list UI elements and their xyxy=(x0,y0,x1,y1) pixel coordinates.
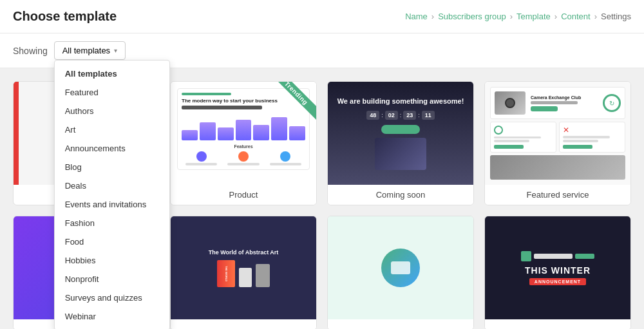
dropdown-item-food[interactable]: Food xyxy=(55,232,169,251)
feature-text-2 xyxy=(227,163,259,165)
feature-text-1 xyxy=(185,163,217,165)
template-card-product[interactable]: Trending The modern way to start your bu… xyxy=(170,81,317,205)
abstract-book-1: THE WORLD xyxy=(217,260,235,287)
camera-image xyxy=(495,91,526,115)
countdown-row: 48 : 02 : 23 : 11 xyxy=(366,111,435,120)
countdown-sep-1: : xyxy=(381,112,383,118)
abstract-book-2 xyxy=(239,268,252,287)
coming-soon-cta-bar xyxy=(381,125,420,134)
secure-icon xyxy=(494,126,503,135)
service-text-block: Camera Exchange Club xyxy=(531,95,598,111)
dropdown-item-announcements[interactable]: Announcements xyxy=(55,139,169,158)
dropdown-menu: All templates Featured Authors Art Annou… xyxy=(54,60,170,329)
breadcrumb-name[interactable]: Name xyxy=(405,12,428,21)
feature-icon-3 xyxy=(280,151,290,162)
chart-bar-7 xyxy=(289,126,305,140)
winter-cta-btn xyxy=(575,254,594,259)
camera-lens xyxy=(505,98,515,108)
service-bottom-row: ✕ xyxy=(490,122,625,153)
service-cta-btn xyxy=(531,106,558,111)
chart-bar-4 xyxy=(236,120,252,140)
dropdown-item-hobbies[interactable]: Hobbies xyxy=(55,251,169,270)
dropdown-item-nonprofit[interactable]: Nonprofit xyxy=(55,270,169,288)
winter-top-line xyxy=(534,254,573,259)
card-label-winter xyxy=(485,319,630,329)
dropdown-item-authors[interactable]: Authors xyxy=(55,102,169,120)
countdown-sep-2: : xyxy=(400,112,402,118)
breadcrumb-sep-4: › xyxy=(594,12,597,21)
dropdown-item-featured[interactable]: Featured xyxy=(55,83,169,102)
trusted-icon: ✕ xyxy=(563,126,621,135)
dropdown-item-webinar[interactable]: Webinar xyxy=(55,307,169,326)
book-label: THE WORLD xyxy=(225,266,228,281)
coming-soon-headline: We are building something awesome! xyxy=(337,97,464,106)
dropdown-item-art[interactable]: Art xyxy=(55,120,169,139)
product-card-inner: The modern way to start your business Fe… xyxy=(177,88,310,170)
countdown-minutes-2: 23 xyxy=(403,111,416,120)
template-card-abstract[interactable]: The World of Abstract Art THE WORLD xyxy=(170,216,317,329)
breadcrumb-sep-1: › xyxy=(431,12,434,21)
template-card-7[interactable] xyxy=(327,216,474,329)
secure-line-2 xyxy=(494,140,529,142)
breadcrumb: Name › Subscribers group › Template › Co… xyxy=(405,12,631,21)
chart-bar-5 xyxy=(253,125,269,140)
product-icons-row xyxy=(182,151,305,165)
template-card-winter[interactable]: THIS WINTER ANNOUNCEMENT xyxy=(484,216,631,329)
dropdown-item-surveys[interactable]: Surveys and quizzes xyxy=(55,288,169,307)
dropdown-item-deals[interactable]: Deals xyxy=(55,176,169,195)
card-preview-product: Trending The modern way to start your bu… xyxy=(171,82,316,185)
service-bottom-image xyxy=(490,155,625,180)
winter-badge: ANNOUNCEMENT xyxy=(529,278,586,285)
card-preview-coming-soon: We are building something awesome! 48 : … xyxy=(328,82,473,185)
card-preview-7 xyxy=(328,216,473,319)
abstract-books: THE WORLD xyxy=(217,260,270,287)
card-label-7 xyxy=(328,319,473,329)
breadcrumb-template[interactable]: Template xyxy=(516,12,551,21)
service-top-block: Camera Exchange Club ↻ xyxy=(490,87,625,119)
secure-line-1 xyxy=(494,136,541,139)
page-title: Choose template xyxy=(13,9,117,24)
product-feature-3 xyxy=(266,151,305,165)
toolbar: Showing All templates ▾ All templates Fe… xyxy=(0,33,644,68)
dropdown-item-fashion[interactable]: Fashion xyxy=(55,214,169,232)
countdown-hours: 48 xyxy=(366,111,379,120)
template-card-featured-service[interactable]: Camera Exchange Club ↻ xyxy=(484,81,631,205)
countdown-minutes-1: 02 xyxy=(385,111,398,120)
countdown-seconds: 11 xyxy=(422,111,435,120)
red-bar-decoration xyxy=(14,82,19,185)
product-chart xyxy=(182,115,305,140)
chart-bar-2 xyxy=(200,122,216,140)
coming-soon-bg-image xyxy=(375,138,426,170)
card-label-coming-soon: Coming soon xyxy=(328,185,473,205)
abstract-title-text: The World of Abstract Art xyxy=(209,249,279,257)
abstract-book-3 xyxy=(256,264,270,287)
product-feature-2 xyxy=(223,151,263,165)
chevron-down-icon: ▾ xyxy=(114,47,117,54)
breadcrumb-settings: Settings xyxy=(601,12,631,21)
dropdown-item-events[interactable]: Events and invitations xyxy=(55,195,169,214)
breadcrumb-content[interactable]: Content xyxy=(561,12,591,21)
trusted-line-1 xyxy=(563,136,610,138)
card-preview-winter: THIS WINTER ANNOUNCEMENT xyxy=(485,216,630,319)
template-filter-dropdown[interactable]: All templates ▾ All templates Featured A… xyxy=(54,41,126,60)
dropdown-button[interactable]: All templates ▾ xyxy=(54,41,126,60)
product-subtitle xyxy=(182,106,262,109)
breadcrumb-sep-3: › xyxy=(554,12,557,21)
dropdown-item-blog[interactable]: Blog xyxy=(55,158,169,176)
breadcrumb-sep-2: › xyxy=(510,12,513,21)
card-7-inner xyxy=(391,261,410,274)
card-preview-featured-service: Camera Exchange Club ↻ xyxy=(485,82,630,185)
dropdown-item-all-templates[interactable]: All templates xyxy=(55,64,169,83)
product-main-title: The modern way to start your business xyxy=(182,98,305,104)
chart-bar-6 xyxy=(271,117,287,140)
circular-arrows-icon: ↻ xyxy=(603,94,621,112)
card-label-featured-service: Featured service xyxy=(485,185,630,205)
template-card-coming-soon[interactable]: We are building something awesome! 48 : … xyxy=(327,81,474,205)
showing-label: Showing xyxy=(13,46,48,56)
service-subtitle-line xyxy=(531,101,578,104)
breadcrumb-subscribers-group[interactable]: Subscribers group xyxy=(438,12,506,21)
camera-club-title: Camera Exchange Club xyxy=(531,95,598,100)
card-7-decoration xyxy=(381,249,420,287)
winter-top-bar xyxy=(521,251,594,261)
feature-icon-1 xyxy=(196,151,207,162)
